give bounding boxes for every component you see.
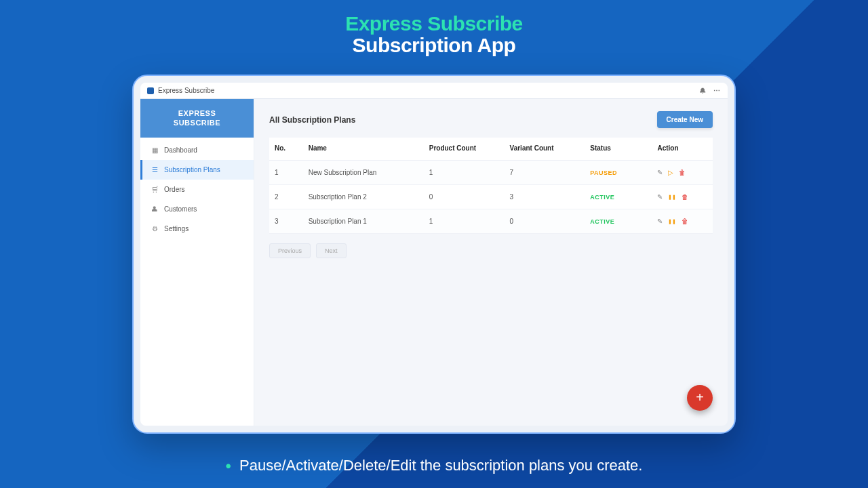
next-button[interactable]: Next: [316, 243, 347, 258]
orders-icon: 🛒︎: [151, 186, 159, 193]
cell-status: PAUSED: [585, 161, 652, 185]
promo-subtitle: Subscription App: [0, 34, 868, 57]
app-screen: Express Subscribe 🔔︎ ⋯ EXPRESS SUBSCRIBE…: [140, 83, 728, 426]
edit-icon[interactable]: ✎: [657, 193, 663, 201]
sidebar-item-orders[interactable]: 🛒︎ Orders: [140, 180, 254, 199]
sidebar: EXPRESS SUBSCRIBE ▦ Dashboard ☰ Subscrip…: [140, 99, 254, 426]
sidebar-item-label: Dashboard: [164, 146, 197, 154]
delete-icon[interactable]: 🗑︎: [682, 218, 688, 225]
plans-table: No. Name Product Count Variant Count Sta…: [269, 138, 713, 234]
column-header-status: Status: [585, 138, 652, 161]
brand-line-2: SUBSCRIBE: [146, 118, 248, 127]
promo-header: Express Subscribe Subscription App: [0, 0, 868, 57]
app-logo-icon: [147, 87, 154, 94]
sidebar-item-customers[interactable]: 👤︎ Customers: [140, 199, 254, 219]
table-row: 3Subscription Plan 110ACTIVE✎❚❚🗑︎: [269, 209, 713, 234]
previous-button[interactable]: Previous: [269, 243, 311, 258]
cell-no: 2: [269, 185, 303, 209]
status-badge: ACTIVE: [590, 218, 614, 225]
more-menu-icon[interactable]: ⋯: [713, 87, 721, 94]
pagination: Previous Next: [269, 243, 713, 258]
delete-icon[interactable]: 🗑︎: [682, 193, 688, 201]
promo-caption: • Pause/Activate/Delete/Edit the subscri…: [0, 457, 868, 476]
sidebar-item-label: Orders: [164, 186, 185, 193]
device-frame: Express Subscribe 🔔︎ ⋯ EXPRESS SUBSCRIBE…: [132, 75, 736, 434]
customers-icon: 👤︎: [151, 205, 159, 213]
sidebar-item-subscription-plans[interactable]: ☰ Subscription Plans: [140, 160, 254, 180]
bullet-icon: •: [226, 457, 231, 475]
cell-product-count: 0: [424, 185, 505, 209]
column-header-no: No.: [269, 138, 303, 161]
table-row: 2Subscription Plan 203ACTIVE✎❚❚🗑︎: [269, 185, 713, 209]
status-badge: ACTIVE: [590, 194, 614, 201]
cell-actions: ✎❚❚🗑︎: [652, 209, 713, 234]
cell-no: 3: [269, 209, 303, 234]
column-header-name: Name: [303, 138, 424, 161]
sidebar-item-settings[interactable]: ⚙︎ Settings: [140, 219, 254, 239]
cell-status: ACTIVE: [585, 185, 652, 209]
create-new-button[interactable]: Create New: [657, 111, 713, 128]
cell-variant-count: 7: [505, 161, 585, 185]
cell-status: ACTIVE: [585, 209, 652, 234]
notifications-icon[interactable]: 🔔︎: [699, 87, 707, 95]
cell-name: Subscription Plan 1: [303, 209, 424, 234]
page-title: All Subscription Plans: [269, 115, 355, 125]
sidebar-item-dashboard[interactable]: ▦ Dashboard: [140, 140, 254, 160]
sidebar-nav: ▦ Dashboard ☰ Subscription Plans 🛒︎ Orde…: [140, 138, 254, 239]
cell-variant-count: 0: [505, 209, 585, 234]
cell-actions: ✎▷🗑︎: [652, 161, 713, 185]
dashboard-icon: ▦: [151, 146, 159, 154]
play-icon[interactable]: ▷: [668, 169, 673, 176]
main-content: All Subscription Plans Create New No. Na…: [254, 99, 728, 426]
subscription-icon: ☰: [151, 166, 159, 174]
cell-name: Subscription Plan 2: [303, 185, 424, 209]
sidebar-item-label: Settings: [164, 225, 189, 232]
pause-icon[interactable]: ❚❚: [668, 219, 676, 224]
fab-add-button[interactable]: +: [687, 385, 713, 411]
edit-icon[interactable]: ✎: [657, 169, 663, 176]
cell-product-count: 1: [424, 209, 505, 234]
cell-no: 1: [269, 161, 303, 185]
caption-text: Pause/Activate/Delete/Edit the subscript…: [239, 457, 642, 474]
status-badge: PAUSED: [590, 169, 617, 176]
settings-icon: ⚙︎: [151, 225, 159, 232]
sidebar-item-label: Subscription Plans: [164, 166, 220, 174]
column-header-variant-count: Variant Count: [505, 138, 585, 161]
edit-icon[interactable]: ✎: [657, 218, 663, 225]
cell-name: New Subscription Plan: [303, 161, 424, 185]
cell-actions: ✎❚❚🗑︎: [652, 185, 713, 209]
sidebar-item-label: Customers: [164, 205, 197, 213]
cell-product-count: 1: [424, 161, 505, 185]
sidebar-brand: EXPRESS SUBSCRIBE: [140, 99, 254, 138]
brand-line-1: EXPRESS: [146, 108, 248, 118]
column-header-action: Action: [652, 138, 713, 161]
promo-title: Express Subscribe: [0, 12, 868, 35]
table-row: 1New Subscription Plan17PAUSED✎▷🗑︎: [269, 161, 713, 185]
cell-variant-count: 3: [505, 185, 585, 209]
delete-icon[interactable]: 🗑︎: [679, 169, 686, 176]
window-title: Express Subscribe: [158, 87, 214, 94]
column-header-product-count: Product Count: [424, 138, 505, 161]
pause-icon[interactable]: ❚❚: [668, 195, 676, 200]
window-topbar: Express Subscribe 🔔︎ ⋯: [140, 83, 728, 99]
